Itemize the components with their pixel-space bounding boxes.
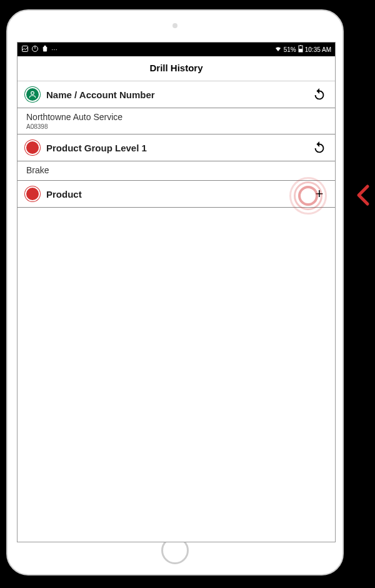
drill-row-name-account[interactable]: Name / Account Number	[18, 81, 335, 108]
circle-icon	[25, 140, 40, 155]
status-right: 51% 10:35 AM	[274, 45, 331, 54]
undo-button[interactable]	[311, 139, 328, 156]
account-number: A08398	[26, 123, 328, 130]
person-icon	[25, 87, 40, 102]
android-status-bar: ⋯ 51% 10:35 AM	[18, 43, 335, 56]
undo-button[interactable]	[311, 86, 328, 103]
drill-label: Product	[46, 189, 311, 200]
selected-account: Northtowne Auto Service A08398	[18, 108, 335, 134]
clock-time: 10:35 AM	[305, 46, 331, 53]
svg-rect-4	[299, 49, 302, 52]
battery-percent: 51%	[284, 46, 296, 53]
product-group-name: Brake	[26, 165, 328, 175]
svg-rect-5	[300, 45, 301, 46]
drill-row-product-group[interactable]: Product Group Level 1	[18, 134, 335, 161]
bag-icon	[41, 45, 49, 54]
status-left: ⋯	[21, 45, 58, 54]
drill-row-product[interactable]: Product +	[18, 181, 335, 208]
tablet-camera	[172, 23, 178, 28]
drill-label: Product Group Level 1	[46, 143, 311, 153]
account-name: Northtowne Auto Service	[26, 112, 328, 122]
svg-point-6	[31, 91, 34, 94]
page-title: Drill History	[18, 56, 335, 81]
chevron-left-icon	[354, 183, 372, 210]
battery-icon	[298, 45, 303, 54]
add-button[interactable]: +	[311, 186, 328, 202]
app-screen: ⋯ 51% 10:35 AM Drill History Name / Acco…	[17, 42, 336, 542]
svg-rect-0	[22, 46, 28, 52]
wifi-icon	[274, 45, 282, 54]
more-icon: ⋯	[51, 46, 58, 53]
circle-icon	[25, 186, 40, 201]
power-icon	[31, 45, 39, 54]
drill-label: Name / Account Number	[46, 89, 311, 100]
image-icon	[21, 45, 29, 54]
tablet-frame: ⋯ 51% 10:35 AM Drill History Name / Acco…	[6, 9, 344, 575]
selected-product-group: Brake	[18, 161, 335, 181]
